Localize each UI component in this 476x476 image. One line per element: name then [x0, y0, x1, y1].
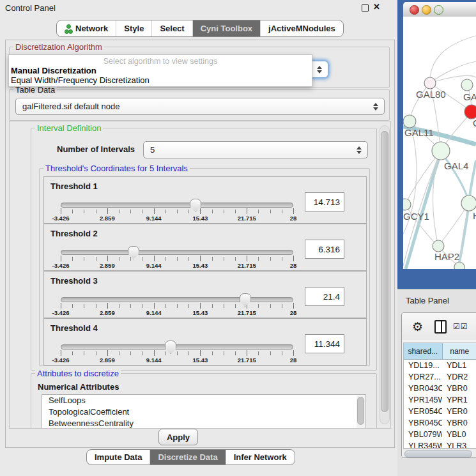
apply-button[interactable]: Apply	[158, 429, 198, 445]
tick-label: 28	[290, 309, 297, 316]
threshold-3-label: Threshold 3	[50, 276, 98, 286]
scrollbar-thumb[interactable]	[404, 450, 472, 457]
tab-cyni-toolbox-label: Cyni Toolbox	[201, 24, 252, 33]
threshold-1-value[interactable]: 14.713	[305, 192, 344, 211]
numerical-attributes-list[interactable]: SelfLoops TopologicalCoefficient Between…	[42, 394, 366, 429]
threshold-2-label: Threshold 2	[50, 229, 98, 238]
table-row[interactable]: YBL079WYBL0	[404, 429, 476, 440]
slider-tick-labels: -3.4262.8599.14415.4321.71528	[61, 262, 293, 270]
list-item[interactable]: TopologicalCoefficient	[42, 406, 365, 418]
tick-label: 15.43	[193, 215, 208, 222]
threshold-1-label: Threshold 1	[50, 181, 98, 191]
network-node[interactable]	[403, 115, 416, 128]
threshold-3-value[interactable]: 21.4	[305, 287, 344, 306]
number-of-intervals-combobox[interactable]: 5	[143, 141, 368, 158]
node-table: shared... name YDL19...YDL1 YDR27...YDR2…	[403, 342, 476, 449]
scrollbar-thumb[interactable]	[381, 131, 388, 412]
gear-icon[interactable]: ⚙	[412, 319, 423, 334]
table-row[interactable]: YPR145WYPR1	[404, 394, 476, 406]
tab-cyni-toolbox[interactable]: Cyni Toolbox	[193, 20, 261, 36]
tab-jactivemnodules[interactable]: jActiveMNodules	[261, 20, 343, 36]
float-window-icon[interactable]	[362, 4, 369, 12]
tab-network[interactable]: Network	[57, 20, 116, 36]
close-icon[interactable]: ✕	[373, 2, 380, 12]
network-canvas[interactable]: GAL80GACGAL11GAL4GCY1HHAP2	[403, 17, 476, 269]
network-window-titlebar[interactable]	[403, 2, 476, 17]
numerical-attributes-label: Numerical Attributes	[38, 382, 119, 392]
table-row[interactable]: YLR345WYLR3	[404, 440, 476, 449]
network-node-label: H	[473, 210, 476, 221]
tick-label: 9.144	[146, 309, 162, 316]
network-node-label: GA	[463, 91, 476, 102]
tick-label: 9.144	[146, 357, 162, 364]
network-node[interactable]	[461, 79, 473, 91]
control-panel-tabbar: Network Style Select Cyni Toolbox jActiv…	[56, 20, 344, 37]
zoom-traffic-light-icon[interactable]	[434, 5, 443, 15]
tick-label: 9.144	[146, 215, 162, 222]
network-node[interactable]	[454, 262, 464, 269]
network-node[interactable]	[433, 240, 444, 252]
tick-label: 15.43	[193, 357, 208, 364]
combo-arrows-icon	[314, 66, 325, 73]
column-header-name[interactable]: name	[443, 343, 476, 359]
dropdown-option-equal-width[interactable]: Equal Width/Frequency Discretization	[11, 75, 150, 85]
threshold-2-slider[interactable]: -3.4262.8599.14415.4321.71528	[61, 247, 293, 269]
tick-label: 28	[290, 215, 297, 222]
control-panel-titlebar: Control Panel ✕	[0, 0, 397, 15]
attributes-group: Attributes to discretize Numerical Attri…	[31, 373, 377, 429]
table-row[interactable]: YBR045CYBR0	[404, 417, 476, 429]
list-scrollbar[interactable]	[357, 395, 365, 429]
tab-select[interactable]: Select	[152, 20, 192, 36]
dropdown-option-manual[interactable]: Manual Discretization	[11, 66, 96, 75]
network-icon	[65, 24, 72, 33]
network-node[interactable]	[461, 196, 476, 211]
tab-select-label: Select	[160, 24, 184, 33]
tick-label: 28	[290, 357, 297, 364]
table-panel-window: ⚙ ☑☑ shared... name YDL19...YDL1 YDR27..…	[401, 312, 476, 458]
slider-track[interactable]	[61, 203, 293, 208]
column-header-shared[interactable]: shared...	[404, 343, 443, 359]
tab-discretize-data[interactable]: Discretize Data	[150, 450, 226, 464]
tab-style[interactable]: Style	[116, 20, 152, 36]
table-row[interactable]: YDL19...YDL1	[404, 360, 476, 371]
slider-track[interactable]	[61, 344, 293, 349]
tick-label: 21.715	[238, 357, 256, 364]
control-panel-title: Control Panel	[5, 3, 56, 13]
threshold-4-value[interactable]: 11.344	[305, 334, 344, 353]
app-root: Control Panel ✕ Network Style Select Cyn…	[0, 0, 476, 476]
discretization-algorithm-title: Discretization Algorithm	[13, 42, 104, 52]
network-node[interactable]	[403, 199, 411, 210]
minimize-traffic-light-icon[interactable]	[422, 5, 431, 15]
slider-track[interactable]	[61, 297, 293, 302]
network-node[interactable]	[432, 142, 450, 160]
slider-track[interactable]	[61, 250, 293, 255]
table-row[interactable]: YER054CYER0	[404, 406, 476, 417]
checkbox-icons[interactable]: ☑☑	[453, 322, 468, 331]
threshold-1-slider[interactable]: -3.4262.8599.14415.4321.71528	[61, 200, 293, 222]
table-data-combobox[interactable]: galFiltered.sif default node	[15, 98, 385, 115]
combo-arrows-icon	[354, 146, 364, 154]
table-horizontal-scrollbar[interactable]	[403, 449, 476, 457]
threshold-2-value[interactable]: 6.316	[305, 240, 344, 259]
list-item[interactable]: BetweennessCentrality	[42, 418, 365, 429]
table-row[interactable]: YBR043CYBR0	[404, 383, 476, 394]
threshold-3-slider[interactable]: -3.4262.8599.14415.4321.71528	[61, 295, 293, 316]
network-node[interactable]	[424, 77, 436, 89]
tab-discretize-data-label: Discretize Data	[158, 452, 217, 462]
table-row[interactable]: YDR27...YDR2	[404, 371, 476, 383]
table-header-row: shared... name	[404, 343, 476, 360]
list-item[interactable]: SelfLoops	[42, 395, 365, 406]
tab-impute-data[interactable]: Impute Data	[87, 450, 150, 464]
table-toolbar: ⚙ ☑☑	[402, 313, 476, 340]
network-node-label: GCY1	[403, 211, 429, 222]
threshold-4-slider[interactable]: -3.4262.8599.14415.4321.71528	[61, 342, 293, 364]
settings-scrollbar[interactable]	[380, 125, 390, 424]
threshold-4-label: Threshold 4	[50, 323, 98, 333]
split-columns-icon[interactable]	[434, 320, 447, 334]
close-traffic-light-icon[interactable]	[410, 5, 419, 15]
tab-impute-data-label: Impute Data	[95, 452, 142, 462]
network-node[interactable]	[464, 105, 476, 119]
tick-label: -3.426	[52, 262, 70, 269]
tab-infer-network[interactable]: Infer Network	[226, 450, 295, 464]
table-data-value: galFiltered.sif default node	[16, 102, 371, 111]
